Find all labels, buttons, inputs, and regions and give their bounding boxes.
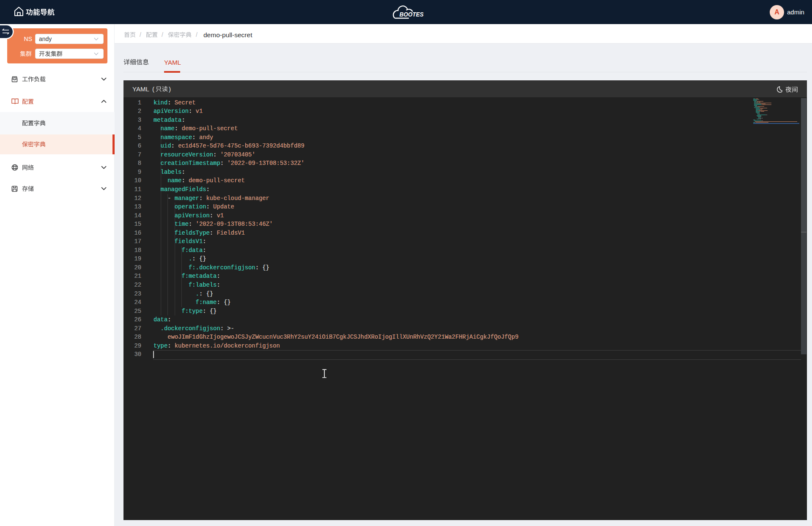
svg-text:BOOTES: BOOTES — [400, 11, 424, 18]
